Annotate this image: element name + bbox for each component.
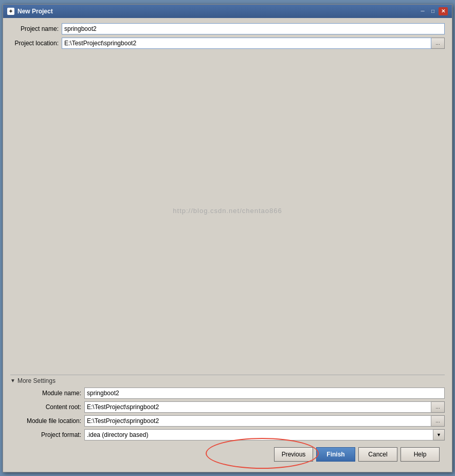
- module-name-input[interactable]: [84, 387, 445, 399]
- close-button[interactable]: ✕: [439, 7, 448, 15]
- title-bar-controls: ─ □ ✕: [418, 7, 448, 15]
- module-name-row: Module name:: [17, 387, 445, 399]
- more-settings-label: More Settings: [17, 377, 56, 384]
- content-root-label: Content root:: [17, 403, 84, 411]
- maximize-button[interactable]: □: [428, 7, 438, 15]
- more-settings-section: ▼ More Settings Module name: Content roo…: [10, 369, 445, 443]
- project-name-row: Project name:: [10, 23, 445, 34]
- title-bar: ✦ New Project ─ □ ✕: [3, 5, 452, 18]
- module-file-location-row: Module file location: ...: [17, 415, 445, 427]
- content-root-row: Content root: ...: [17, 401, 445, 413]
- title-bar-left: ✦ New Project: [7, 8, 53, 15]
- content-root-browse-button[interactable]: ...: [431, 401, 445, 413]
- select-arrow-icon: ▼: [433, 429, 445, 440]
- content-root-field-group: ...: [84, 401, 445, 413]
- content-root-input[interactable]: [84, 401, 431, 413]
- module-name-label: Module name:: [17, 390, 84, 397]
- divider: [10, 375, 445, 375]
- project-location-field-group: ...: [62, 38, 445, 49]
- watermark-text: http://blog.csdn.net/chentao866: [173, 207, 282, 215]
- window-title: New Project: [17, 8, 53, 15]
- module-file-location-field-group: ...: [84, 415, 445, 427]
- bottom-section: Previous Finish Cancel Help: [10, 443, 445, 467]
- previous-button[interactable]: Previous: [274, 447, 313, 462]
- project-format-label: Project format:: [17, 431, 84, 438]
- more-settings-fields: Module name: Content root: ... Module fi…: [10, 387, 445, 440]
- new-project-dialog: ✦ New Project ─ □ ✕ Project name: Projec…: [3, 4, 452, 472]
- help-button[interactable]: Help: [401, 447, 440, 462]
- minimize-button[interactable]: ─: [418, 7, 427, 15]
- project-format-select-wrapper: .idea (directory based) ▼: [84, 429, 445, 440]
- module-file-location-input[interactable]: [84, 415, 431, 427]
- finish-button[interactable]: Finish: [316, 447, 355, 462]
- dialog-content: Project name: Project location: ... http…: [3, 18, 452, 472]
- project-location-input[interactable]: [62, 38, 431, 49]
- project-name-label: Project name:: [10, 25, 62, 32]
- button-row: Previous Finish Cancel Help: [10, 443, 445, 467]
- module-file-location-label: Module file location:: [17, 417, 84, 425]
- project-location-row: Project location: ...: [10, 38, 445, 49]
- project-format-select[interactable]: .idea (directory based): [84, 429, 433, 440]
- cancel-button[interactable]: Cancel: [358, 447, 397, 462]
- collapse-arrow-icon: ▼: [10, 378, 15, 383]
- window-icon: ✦: [7, 8, 14, 15]
- main-area: http://blog.csdn.net/chentao866: [10, 52, 445, 369]
- project-location-label: Project location:: [10, 40, 62, 47]
- more-settings-header[interactable]: ▼ More Settings: [10, 377, 445, 384]
- project-format-row: Project format: .idea (directory based) …: [17, 429, 445, 440]
- project-location-browse-button[interactable]: ...: [431, 38, 445, 49]
- module-file-location-browse-button[interactable]: ...: [431, 415, 445, 427]
- project-name-input[interactable]: [62, 23, 445, 34]
